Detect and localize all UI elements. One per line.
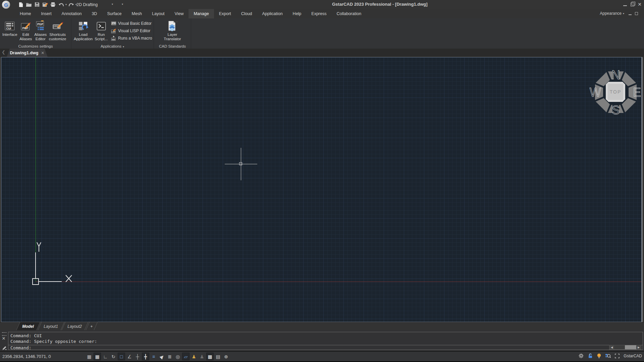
minimize-button[interactable] bbox=[621, 1, 629, 8]
object-snap-icon[interactable]: □ bbox=[118, 353, 125, 360]
annotation-scale-icon[interactable]: ⊕ bbox=[222, 353, 230, 360]
ribbon-tab-view[interactable]: View bbox=[170, 9, 189, 18]
pickbox bbox=[239, 162, 242, 165]
layout-tab-model[interactable]: Model bbox=[16, 322, 40, 330]
view-cube[interactable]: TOP N S W E bbox=[589, 65, 643, 119]
ribbon-tab-3d[interactable]: 3D bbox=[87, 9, 102, 18]
interface-button[interactable]: CUI Interface bbox=[1, 19, 18, 42]
view-cube-top-label: TOP bbox=[610, 89, 622, 95]
navcube-south-label[interactable]: S bbox=[612, 103, 620, 117]
new-file-icon bbox=[19, 2, 23, 7]
redo-button[interactable] bbox=[67, 1, 75, 8]
settings-gear-icon[interactable] bbox=[579, 353, 584, 358]
dynamic-ucs-icon[interactable]: ▱ bbox=[182, 353, 190, 360]
workspace-person-icon[interactable]: ♟ bbox=[198, 353, 206, 360]
tab-close-icon[interactable]: ✕ bbox=[41, 51, 44, 55]
close-command-icon[interactable]: × bbox=[2, 336, 5, 341]
save-button[interactable] bbox=[33, 1, 41, 8]
layout-tab-layout1[interactable]: Layout1 bbox=[38, 322, 64, 330]
edit-aliases-button[interactable]: PGP Edit Aliases bbox=[18, 19, 33, 42]
svg-text:VBA: VBA bbox=[112, 39, 115, 41]
navcube-east-label[interactable]: E bbox=[633, 85, 641, 99]
command-gutter: × bbox=[1, 331, 8, 350]
undo-dropdown-chevron-icon[interactable]: ▾ bbox=[65, 3, 67, 6]
command-history-line: Command: Specify opposite corner: bbox=[10, 339, 641, 344]
tab-scroll-left-icon[interactable]: ❮ bbox=[2, 50, 5, 55]
clean-screen-icon[interactable]: ▤ bbox=[214, 353, 222, 360]
ribbon-tab-manage[interactable]: Manage bbox=[189, 9, 214, 18]
command-input[interactable]: Command: bbox=[8, 345, 643, 350]
command-window[interactable]: Command: CUI Command: Specify opposite c… bbox=[8, 332, 643, 350]
navcube-north-label[interactable]: N bbox=[611, 68, 620, 82]
workspace-chevron-down-icon[interactable]: ▾ bbox=[112, 3, 113, 6]
drawing-canvas[interactable]: Y X TOP N S W E bbox=[1, 57, 642, 322]
ortho-mode-icon[interactable]: ∟ bbox=[102, 353, 109, 360]
workspace-selector[interactable]: 2D Drafting bbox=[76, 1, 127, 8]
layout-tab-label: Layout2 bbox=[68, 324, 82, 329]
selection-cycling-icon[interactable]: ▶ bbox=[156, 351, 167, 362]
plot-button[interactable] bbox=[49, 1, 57, 8]
quick-properties-icon[interactable]: ◎ bbox=[174, 353, 181, 360]
appearance-menu[interactable]: Appearance ▾ bbox=[600, 11, 625, 16]
object-snap-tracking-icon[interactable]: ┼ bbox=[134, 353, 141, 360]
ribbon-tab-cloud[interactable]: Cloud bbox=[236, 9, 257, 18]
toolbar-options-chevron-icon[interactable]: ▾ bbox=[122, 3, 123, 6]
navcube-west-label[interactable]: W bbox=[590, 85, 601, 99]
command-history[interactable]: Command: CUI Command: Specify opposite c… bbox=[8, 332, 643, 345]
load-application-button[interactable]: Load Application bbox=[73, 19, 94, 42]
magnifier-icon[interactable] bbox=[605, 353, 611, 358]
ribbon-tab-home[interactable]: Home bbox=[15, 9, 36, 18]
scroll-left-arrow-icon[interactable]: ◀ bbox=[609, 345, 614, 349]
save-as-button[interactable] bbox=[41, 1, 49, 8]
document-tab-drawing1[interactable]: Drawing1.dwg ✕ bbox=[7, 49, 48, 57]
layer-translator-button[interactable]: Layer Translator bbox=[163, 19, 182, 42]
scrollbar-thumb[interactable] bbox=[625, 345, 636, 349]
load-application-icon bbox=[77, 20, 90, 33]
grid-display-icon[interactable]: ▦ bbox=[94, 353, 101, 360]
ribbon-tab-application[interactable]: Application bbox=[257, 9, 287, 18]
vba-person-icon[interactable]: ♟ bbox=[190, 353, 198, 360]
scroll-right-arrow-icon[interactable]: ▶ bbox=[636, 345, 641, 349]
svg-text:VBA: VBA bbox=[112, 23, 116, 25]
aliases-editor-button[interactable]: PGP Aliases Editor bbox=[33, 19, 48, 42]
tips-bulb-icon[interactable] bbox=[597, 353, 601, 358]
document-tab-bar: ❮ Drawing1.dwg ✕ bbox=[0, 49, 644, 57]
run-vba-macro-item[interactable]: VBA Runs a VBA macro bbox=[111, 35, 152, 42]
isolate-objects-icon[interactable]: ≣ bbox=[166, 353, 173, 360]
polar-tracking-icon[interactable]: ↻ bbox=[110, 353, 117, 360]
mdi-window-controls bbox=[629, 12, 638, 15]
mdi-restore-button[interactable] bbox=[635, 12, 638, 15]
ribbon-tab-insert[interactable]: Insert bbox=[36, 9, 56, 18]
ribbon-tab-mesh[interactable]: Mesh bbox=[126, 9, 147, 18]
ribbon-tab-export[interactable]: Export bbox=[214, 9, 236, 18]
snap-mode-icon[interactable]: ▦ bbox=[86, 353, 93, 360]
run-script-button[interactable]: Run Script... bbox=[94, 19, 109, 42]
undo-button[interactable] bbox=[57, 1, 65, 8]
visual-lisp-editor-item[interactable]: LSP Visual LISP Editor bbox=[111, 27, 152, 35]
new-file-button[interactable] bbox=[17, 1, 24, 8]
dynamic-input-icon[interactable]: ╋ bbox=[142, 353, 149, 360]
layout-tab-layout2[interactable]: Layout2 bbox=[62, 322, 89, 330]
ribbon-tab-surface[interactable]: Surface bbox=[102, 9, 126, 18]
applications-chevron-down-icon: ▾ bbox=[123, 45, 124, 48]
command-scrollbar[interactable]: ◀ ▶ bbox=[609, 345, 641, 350]
visual-basic-editor-item[interactable]: VBA Visual Basic Editor bbox=[111, 20, 152, 27]
open-file-button[interactable] bbox=[25, 1, 33, 8]
fullscreen-icon[interactable] bbox=[615, 354, 620, 358]
close-button[interactable]: ✕ bbox=[636, 1, 643, 8]
ribbon-tab-help[interactable]: Help bbox=[288, 9, 307, 18]
ribbon-tab-express[interactable]: Express bbox=[306, 9, 331, 18]
ribbon-tab-annotation[interactable]: Annotation bbox=[57, 9, 87, 18]
unlock-icon[interactable] bbox=[588, 353, 593, 358]
shortcuts-customize-button[interactable]: Shortcuts customize bbox=[48, 19, 67, 42]
group-label-applications[interactable]: Applications ▾ bbox=[71, 44, 154, 48]
pencil-icon[interactable] bbox=[2, 345, 7, 350]
ribbon-tab-collaboration[interactable]: Collaboration bbox=[331, 9, 366, 18]
gstarcad-logo[interactable]: G bbox=[2, 1, 10, 9]
mdi-minimize-button[interactable] bbox=[629, 12, 632, 15]
restore-button[interactable] bbox=[629, 1, 636, 8]
snap-angle-icon[interactable]: ∠ bbox=[126, 353, 133, 360]
svg-text:CUI: CUI bbox=[6, 27, 11, 30]
hardware-acceleration-icon[interactable]: ▩ bbox=[206, 353, 214, 360]
ribbon-tab-layout[interactable]: Layout bbox=[147, 9, 170, 18]
